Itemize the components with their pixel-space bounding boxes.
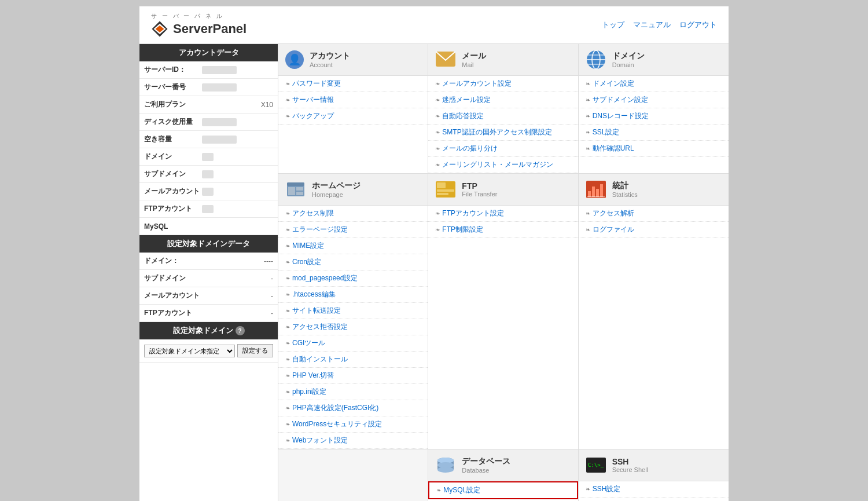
svg-point-28 xyxy=(437,462,454,468)
menu-php-ini[interactable]: ❧ php.ini設定 xyxy=(278,384,428,400)
content-area: アカウントデータ サーバーID： サーバー番号 ご利用プラン X10 ディスク使… xyxy=(139,44,729,501)
ftp-header: FTP File Transfer xyxy=(428,174,578,206)
target-subdomain-label: サブドメイン xyxy=(144,273,202,283)
menu-htaccess[interactable]: ❧ .htaccess編集 xyxy=(278,287,428,303)
mail-title-block: メール Mail xyxy=(462,51,486,68)
menu-php-fastcgi[interactable]: ❧ PHP高速化設定(FastCGI化) xyxy=(278,400,428,416)
target-mail-label: メールアカウント xyxy=(144,291,202,301)
target-subdomain-value: - xyxy=(202,275,273,283)
menu-smtp-restriction[interactable]: ❧ SMTP認証の国外アクセス制限設定 xyxy=(428,125,578,141)
target-ftp-label: FTPアカウント xyxy=(144,308,202,318)
statistics-icon xyxy=(586,179,606,200)
server-id-value xyxy=(202,66,237,74)
homepage-title-block: ホームページ Homepage xyxy=(312,181,361,198)
svg-rect-11 xyxy=(288,187,295,195)
account-title-block: アカウント Account xyxy=(310,51,350,68)
target-ftp-value: - xyxy=(202,309,273,317)
nav-logout[interactable]: ログアウト xyxy=(679,20,717,30)
menu-mailing-list[interactable]: ❧ メーリングリスト・メールマガジン xyxy=(428,157,578,173)
menu-wordpress-security[interactable]: ❧ WordPressセキュリティ設定 xyxy=(278,416,428,433)
menu-dns-record[interactable]: ❧ DNSレコード設定 xyxy=(579,108,729,125)
sidebar: アカウントデータ サーバーID： サーバー番号 ご利用プラン X10 ディスク使… xyxy=(139,44,278,501)
disk-value xyxy=(202,118,237,126)
menu-server-info[interactable]: ❧ サーバー情報 xyxy=(278,92,428,108)
svg-rect-17 xyxy=(437,193,448,195)
menu-operation-url[interactable]: ❧ 動作確認URL xyxy=(579,141,729,157)
domain-select[interactable]: 設定対象ドメイン未指定 xyxy=(144,345,235,357)
menu-auto-reply[interactable]: ❧ 自動応答設定 xyxy=(428,108,578,125)
domain-value xyxy=(202,153,214,161)
menu-mod-pagespeed[interactable]: ❧ mod_pagespeed設定 xyxy=(278,270,428,287)
plan-value: X10 xyxy=(202,101,273,109)
header-nav: トップ マニュアル ログアウト xyxy=(602,20,717,30)
menu-backup[interactable]: ❧ バックアップ xyxy=(278,108,428,125)
menu-subdomain-setting[interactable]: ❧ サブドメイン設定 xyxy=(579,92,729,108)
menu-password-change[interactable]: ❧ パスワード変更 xyxy=(278,76,428,92)
logo-area: サ ー バ ー パ ネ ル ServerPanel xyxy=(151,12,247,38)
logo-subtitle: サ ー バ ー パ ネ ル xyxy=(151,12,224,20)
svg-text:C:\>_: C:\>_ xyxy=(588,462,604,468)
category-mail: メール Mail ❧ メールアカウント設定 ❧ 迷惑メール設定 ❧ 自動応答設定… xyxy=(428,44,578,173)
target-mail-row: メールアカウント - xyxy=(139,287,278,305)
menu-auto-install[interactable]: ❧ 自動インストール xyxy=(278,352,428,368)
menu-cgi-tools[interactable]: ❧ CGIツール xyxy=(278,335,428,352)
menu-access-restriction[interactable]: ❧ アクセス制限 xyxy=(278,206,428,222)
ftp-title-block: FTP File Transfer xyxy=(462,181,497,198)
category-homepage: ホームページ Homepage ❧ アクセス制限 ❧ エラーページ設定 ❧ MI… xyxy=(278,174,428,449)
menu-webfont[interactable]: ❧ Webフォント設定 xyxy=(278,433,428,449)
mysql-row: MySQL xyxy=(139,218,278,235)
subdomain-value xyxy=(202,170,214,178)
menu-mail-filter[interactable]: ❧ メールの振り分け xyxy=(428,141,578,157)
homepage-title-jp: ホームページ xyxy=(312,181,361,191)
svg-rect-12 xyxy=(296,187,303,191)
target-domain-label: ドメイン： xyxy=(144,256,202,266)
disk-row: ディスク使用量 xyxy=(139,114,278,131)
domain-title-en: Domain xyxy=(612,61,645,68)
menu-log-file[interactable]: ❧ ログファイル xyxy=(579,222,729,238)
menu-spam-filter[interactable]: ❧ 迷惑メール設定 xyxy=(428,92,578,108)
category-statistics: 統計 Statistics ❧ アクセス解析 ❧ ログファイル xyxy=(579,174,729,449)
disk-label: ディスク使用量 xyxy=(144,117,202,127)
menu-error-page[interactable]: ❧ エラーページ設定 xyxy=(278,222,428,238)
menu-redirect[interactable]: ❧ サイト転送設定 xyxy=(278,303,428,319)
menu-mysql-setting[interactable]: ❧ MySQL設定 xyxy=(428,481,578,499)
database-title-en: Database xyxy=(462,467,510,474)
menu-mail-account-setting[interactable]: ❧ メールアカウント設定 xyxy=(428,76,578,92)
menu-ssl[interactable]: ❧ SSL設定 xyxy=(579,125,729,141)
mail-title-jp: メール xyxy=(462,51,486,61)
mail-icon xyxy=(435,49,456,70)
account-header: 👤 アカウント Account xyxy=(278,44,428,76)
menu-domain-setting[interactable]: ❧ ドメイン設定 xyxy=(579,76,729,92)
mail-title-en: Mail xyxy=(462,61,486,68)
domain-set-button[interactable]: 設定する xyxy=(237,344,273,357)
domain-icon xyxy=(586,49,606,70)
target-domain-value: ---- xyxy=(202,257,273,265)
nav-manual[interactable]: マニュアル xyxy=(633,20,671,30)
account-data-title: アカウントデータ xyxy=(139,44,278,61)
category-database: データベース Database ❧ MySQL設定 ❧ phpmyadmin(M… xyxy=(428,449,578,501)
menu-access-deny[interactable]: ❧ アクセス拒否設定 xyxy=(278,319,428,335)
category-ssh: C:\>_ SSH Secure Shell ❧ SSH設定 xyxy=(579,449,729,501)
database-title-jp: データベース xyxy=(462,456,510,467)
menu-ftp-account[interactable]: ❧ FTPアカウント設定 xyxy=(428,206,578,222)
menu-php-version[interactable]: ❧ PHP Ver.切替 xyxy=(278,368,428,384)
menu-ssh-setting[interactable]: ❧ SSH設定 xyxy=(579,481,729,498)
main-panel: 👤 アカウント Account ❧ パスワード変更 ❧ サーバー情報 ❧ バック… xyxy=(278,44,729,501)
domain-header: ドメイン Domain xyxy=(579,44,729,76)
menu-ftp-restriction[interactable]: ❧ FTP制限設定 xyxy=(428,222,578,238)
homepage-header: ホームページ Homepage xyxy=(278,174,428,206)
domain-select-area: 設定対象ドメイン未指定 設定する xyxy=(139,339,278,363)
plan-label: ご利用プラン xyxy=(144,100,202,109)
target-domain-row: ドメイン： ---- xyxy=(139,253,278,270)
ftp-row: FTPアカウント xyxy=(139,200,278,218)
menu-cron[interactable]: ❧ Cron設定 xyxy=(278,254,428,270)
ssh-title-jp: SSH xyxy=(612,457,648,466)
nav-top[interactable]: トップ xyxy=(602,20,624,30)
statistics-title-en: Statistics xyxy=(612,191,638,198)
menu-mime[interactable]: ❧ MIME設定 xyxy=(278,238,428,254)
svg-rect-13 xyxy=(296,192,303,195)
server-number-value xyxy=(202,83,237,92)
menu-access-analysis[interactable]: ❧ アクセス解析 xyxy=(579,206,729,222)
category-account: 👤 アカウント Account ❧ パスワード変更 ❧ サーバー情報 ❧ バック… xyxy=(278,44,428,173)
category-empty xyxy=(278,449,428,501)
